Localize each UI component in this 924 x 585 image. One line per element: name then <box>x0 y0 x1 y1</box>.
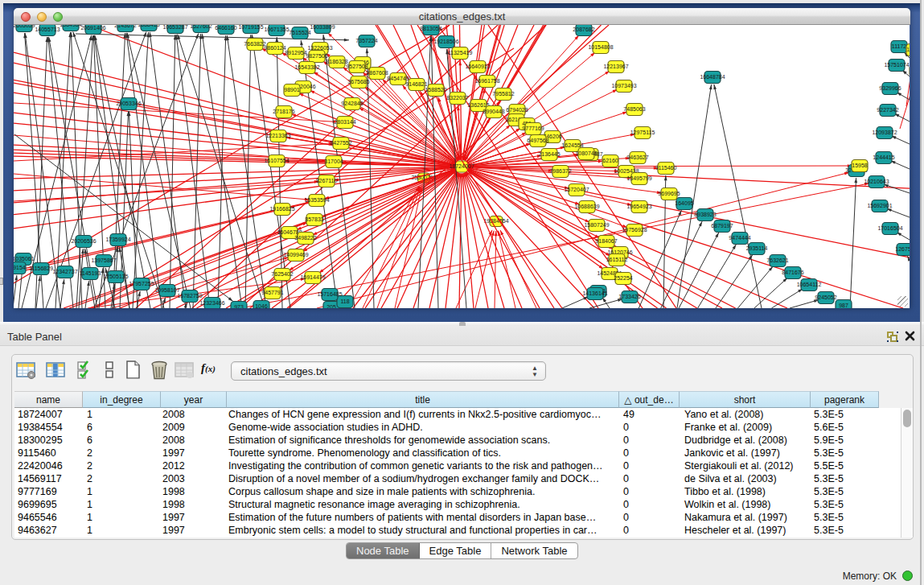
svg-text:8813054: 8813054 <box>420 26 441 31</box>
svg-text:17957255: 17957255 <box>129 281 154 286</box>
svg-text:2136445: 2136445 <box>538 151 560 157</box>
svg-text:16154: 16154 <box>906 47 910 52</box>
svg-text:16648784: 16648784 <box>700 74 725 80</box>
svg-text:17016504: 17016504 <box>877 225 902 231</box>
svg-text:16033809: 16033809 <box>310 25 335 30</box>
svg-text:1035061: 1035061 <box>14 256 35 262</box>
svg-text:16640910: 16640910 <box>465 64 490 69</box>
svg-text:8912954: 8912954 <box>285 50 306 56</box>
svg-text:3498222: 3498222 <box>294 235 316 241</box>
svg-text:2935114: 2935114 <box>746 245 768 251</box>
svg-text:7986372: 7986372 <box>549 168 571 174</box>
svg-text:9115460: 9115460 <box>655 165 677 171</box>
svg-text:7955812: 7955812 <box>492 91 514 97</box>
svg-text:11325419: 11325419 <box>448 50 473 56</box>
svg-text:16107554: 16107554 <box>264 158 289 163</box>
svg-text:7625402: 7625402 <box>271 271 293 277</box>
svg-text:6466160: 6466160 <box>215 25 236 31</box>
svg-text:2867608: 2867608 <box>366 70 388 76</box>
svg-text:987: 987 <box>839 303 848 308</box>
svg-text:12323466: 12323466 <box>199 300 224 306</box>
svg-text:18724007: 18724007 <box>449 163 474 169</box>
svg-text:19218506: 19218506 <box>433 39 458 44</box>
svg-text:14055713: 14055713 <box>35 27 60 32</box>
svg-text:15716485: 15716485 <box>317 291 342 297</box>
svg-text:10973493: 10973493 <box>611 83 636 89</box>
svg-text:13975867: 13975867 <box>91 257 116 263</box>
svg-text:10719155: 10719155 <box>238 25 263 30</box>
svg-text:1888413: 1888413 <box>138 25 159 27</box>
svg-text:15353594: 15353594 <box>304 197 329 203</box>
svg-text:10154808: 10154808 <box>588 44 613 50</box>
svg-text:10958107: 10958107 <box>154 287 179 293</box>
svg-text:9827506: 9827506 <box>306 53 327 59</box>
svg-text:14136141: 14136141 <box>582 290 607 296</box>
svg-text:6497568: 6497568 <box>527 138 548 143</box>
svg-text:9242848: 9242848 <box>341 101 363 106</box>
svg-text:11156829: 11156829 <box>29 266 53 271</box>
svg-text:19384554: 19384554 <box>483 218 508 224</box>
svg-text:16543382: 16543382 <box>294 64 319 70</box>
svg-text:98901: 98901 <box>284 87 300 93</box>
svg-text:15751074: 15751074 <box>884 62 909 68</box>
svg-text:10653287: 10653287 <box>162 25 187 30</box>
svg-text:16782759: 16782759 <box>177 293 202 299</box>
svg-text:8471676: 8471676 <box>782 270 803 275</box>
svg-text:9329966: 9329966 <box>879 85 901 91</box>
svg-text:6794028: 6794028 <box>506 107 528 113</box>
svg-text:7515524: 7515524 <box>289 30 310 35</box>
svg-text:6879197: 6879197 <box>711 223 733 229</box>
svg-text:9860124: 9860124 <box>264 45 285 51</box>
svg-text:16914479: 16914479 <box>300 274 325 280</box>
svg-text:252254: 252254 <box>614 275 632 281</box>
svg-text:7485063: 7485063 <box>623 106 645 112</box>
svg-text:164095: 164095 <box>675 200 693 206</box>
svg-text:7357224: 7357224 <box>355 38 377 43</box>
svg-text:10671355: 10671355 <box>264 27 289 32</box>
svg-text:15958: 15958 <box>852 163 868 168</box>
svg-text:1046: 1046 <box>255 303 268 308</box>
svg-text:2087682: 2087682 <box>573 27 594 32</box>
svg-text:1080748: 1080748 <box>575 150 597 156</box>
svg-text:317004: 317004 <box>324 159 343 164</box>
svg-text:15807249: 15807249 <box>584 222 609 228</box>
svg-text:8454749: 8454749 <box>387 76 409 81</box>
svg-text:8938923: 8938923 <box>694 212 716 217</box>
svg-text:14099469: 14099469 <box>283 252 308 257</box>
svg-text:9245052: 9245052 <box>815 295 836 300</box>
svg-text:10210643: 10210643 <box>864 179 889 184</box>
svg-text:12342737: 12342737 <box>52 269 77 274</box>
svg-text:20206536: 20206536 <box>71 238 96 244</box>
svg-text:8322037: 8322037 <box>446 95 468 101</box>
svg-text:1615112: 1615112 <box>606 257 628 262</box>
svg-text:8186328: 8186328 <box>326 59 347 64</box>
svg-text:9699695: 9699695 <box>658 191 680 196</box>
svg-text:8427552: 8427552 <box>330 140 351 146</box>
svg-text:29053346: 29053346 <box>116 101 141 106</box>
svg-text:19166825: 19166825 <box>269 206 294 212</box>
svg-text:12505135: 12505135 <box>103 274 128 279</box>
svg-text:9474444: 9474444 <box>729 235 750 241</box>
svg-text:19654923: 19654923 <box>626 204 651 209</box>
svg-text:20691406: 20691406 <box>80 25 105 31</box>
svg-text:126753: 126753 <box>895 246 910 252</box>
svg-text:11172: 11172 <box>892 43 907 49</box>
svg-text:2718176: 2718176 <box>273 109 294 114</box>
svg-text:2605059: 2605059 <box>14 25 35 28</box>
svg-text:3675685: 3675685 <box>347 79 369 84</box>
svg-text:15720407: 15720407 <box>564 187 589 192</box>
svg-text:1733426: 1733426 <box>618 294 640 299</box>
svg-text:9527508: 9527508 <box>346 64 368 69</box>
svg-text:9457791: 9457791 <box>261 290 283 295</box>
svg-text:19756928: 19756928 <box>622 227 647 233</box>
svg-text:12093872: 12093872 <box>872 130 897 135</box>
svg-text:7632621: 7632621 <box>766 257 788 263</box>
svg-text:9227342: 9227342 <box>877 107 898 113</box>
svg-text:9777169: 9777169 <box>522 126 544 131</box>
svg-text:10654112: 10654112 <box>797 282 822 287</box>
svg-text:12213967: 12213967 <box>603 64 628 69</box>
svg-text:9184067: 9184067 <box>595 238 617 244</box>
svg-text:2803144: 2803144 <box>334 119 355 125</box>
svg-text:15692901: 15692901 <box>867 203 892 208</box>
svg-text:1384984: 1384984 <box>60 25 81 27</box>
